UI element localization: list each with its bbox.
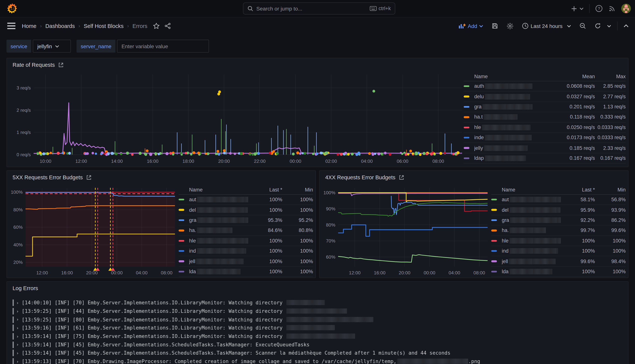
redacted-text: [196, 258, 244, 264]
variable-server-name: server_name Enter variable value: [77, 40, 209, 52]
breadcrumb-home[interactable]: Home: [22, 23, 37, 29]
save-dashboard-button[interactable]: [489, 21, 501, 31]
redacted-text: [286, 300, 325, 305]
server-name-variable-label[interactable]: server_name: [77, 40, 115, 52]
global-search-input[interactable]: Search or jump to... ctrl+k: [243, 2, 395, 15]
panel-header[interactable]: 4XX Requests Error Budgets: [320, 171, 628, 180]
legend-row[interactable]: gra95.3%95.2%: [179, 215, 313, 226]
legend-row[interactable]: jelly0.185 req/s2.33 req/s: [464, 143, 625, 154]
log-expand-chevron[interactable]: ›: [16, 359, 19, 364]
series-value: 93.9%: [595, 207, 625, 213]
legend-row[interactable]: del100%100%: [179, 205, 313, 215]
news-button[interactable]: [608, 5, 616, 12]
series-value: 100%: [248, 207, 282, 213]
log-expand-chevron[interactable]: ›: [16, 309, 19, 314]
add-panel-button[interactable]: Add: [456, 21, 486, 30]
legend-row[interactable]: hle100%100%: [491, 236, 626, 246]
share-dashboard-button[interactable]: [164, 23, 171, 29]
breadcrumb-separator: ›: [79, 23, 80, 29]
legend-row[interactable]: ha.99.7%99.6%: [491, 226, 626, 236]
redacted-text: [197, 197, 248, 202]
breadcrumb-folder[interactable]: Self Host Blocks: [84, 23, 124, 29]
favorite-dashboard-button[interactable]: [153, 23, 160, 29]
redacted-text: [286, 308, 347, 314]
4xx-error-budget-chart[interactable]: 12:0016:0020:0000:0004:0008:00100%90%80%…: [320, 184, 490, 278]
legend-row[interactable]: jell100%100%: [179, 256, 313, 267]
series-color-swatch: [491, 219, 497, 221]
log-row[interactable]: ›[13:59:13] [INF] [70] Emby.Drawing.Imag…: [13, 357, 624, 364]
legend-row[interactable]: hle100%100%: [179, 236, 313, 246]
legend-row[interactable]: gra92.2%86.2%: [491, 215, 626, 226]
log-row[interactable]: ›[13:59:25] [INF] [80] Emby.Server.Imple…: [13, 316, 624, 324]
series-value: 99.7%: [561, 228, 595, 233]
log-expand-chevron[interactable]: ›: [16, 325, 19, 330]
legend-row[interactable]: inde0.0173 req/s0.0333 req/s: [464, 133, 625, 143]
external-link-icon[interactable]: [86, 175, 92, 180]
legend-row[interactable]: ind100%100%: [491, 246, 626, 256]
help-button[interactable]: ?: [595, 5, 602, 12]
external-link-icon[interactable]: [399, 175, 404, 180]
refresh-dashboard-button[interactable]: [592, 21, 603, 31]
breadcrumb-dashboards[interactable]: Dashboards: [46, 23, 75, 29]
log-expand-chevron[interactable]: ›: [16, 350, 19, 356]
legend-row[interactable]: jell99.6%98.4%: [491, 256, 626, 267]
server-name-variable-input[interactable]: Enter variable value: [117, 40, 209, 52]
5xx-error-budget-chart[interactable]: 12:0016:0020:0000:0004:0008:00100%80%60%…: [8, 184, 177, 278]
new-button[interactable]: [571, 6, 583, 12]
log-row[interactable]: ›[13:59:16] [INF] [61] Emby.Server.Imple…: [13, 324, 624, 332]
redacted-text: [197, 207, 248, 213]
redacted-text: [484, 145, 527, 151]
legend-row[interactable]: ind100%100%: [179, 246, 313, 256]
time-range-picker[interactable]: Last 24 hours: [520, 21, 573, 31]
refresh-interval-dropdown[interactable]: [607, 23, 613, 29]
collapse-toolbar-button[interactable]: [621, 23, 631, 29]
legend-row[interactable]: lda100%100%: [179, 267, 313, 277]
legend-row[interactable]: aut58.1%56.8%: [491, 195, 626, 205]
panel-header[interactable]: Log Errors: [7, 282, 628, 292]
mega-menu-toggle[interactable]: [7, 23, 16, 29]
legend-row[interactable]: del95.9%93.9%: [491, 205, 626, 215]
add-panel-icon: [458, 23, 466, 29]
legend-row[interactable]: delu0.0327 req/s2.77 req/s: [464, 92, 625, 102]
zoom-out-time-button[interactable]: [577, 21, 588, 31]
breadcrumb: Home › Dashboards › Self Host Blocks › E…: [22, 23, 148, 29]
legend-row[interactable]: aut100%100%: [179, 195, 313, 205]
legend-row[interactable]: ha.t0.118 req/s0.333 req/s: [464, 112, 625, 122]
redacted-text: [509, 269, 552, 274]
log-row[interactable]: ›[13:59:14] [INF] [45] Emby.Server.Imple…: [13, 349, 624, 358]
panel-header[interactable]: Rate of Requests: [7, 58, 628, 68]
log-message: [13:59:25] [INF] [44] Emby.Server.Implem…: [22, 308, 347, 314]
series-name: gra: [474, 104, 561, 110]
log-expand-chevron[interactable]: ›: [16, 342, 19, 347]
series-color-swatch: [179, 199, 184, 201]
external-link-icon[interactable]: [58, 62, 64, 68]
legend-row[interactable]: ldap0.167 req/s0.167 req/s: [464, 153, 625, 164]
dashboard-settings-button[interactable]: [504, 21, 516, 31]
redacted-text: [397, 358, 468, 364]
log-row[interactable]: ›[13:59:14] [INF] [45] Emby.Server.Imple…: [13, 340, 624, 349]
grafana-logo[interactable]: [7, 3, 18, 14]
legend-row[interactable]: lda100%100%: [491, 267, 626, 277]
redacted-text: [510, 228, 546, 233]
log-expand-chevron[interactable]: ›: [16, 300, 19, 306]
svg-text:04:00: 04:00: [361, 159, 373, 164]
series-value: 99.6%: [595, 228, 625, 233]
log-row[interactable]: ›[13:59:14] [INF] [75] Emby.Server.Imple…: [13, 332, 624, 340]
service-variable-label[interactable]: service: [7, 40, 31, 52]
log-expand-chevron[interactable]: ›: [16, 334, 19, 339]
legend-row[interactable]: ha.84.6%80.8%: [179, 226, 313, 236]
legend-row[interactable]: gra0.201 req/s1.13 req/s: [464, 102, 625, 112]
user-avatar[interactable]: [621, 4, 631, 13]
rate-of-requests-chart[interactable]: 10:0012:0014:0016:0018:0020:0022:0000:00…: [10, 71, 465, 166]
legend-row[interactable]: auth0.0608 req/s2.85 req/s: [464, 82, 625, 92]
log-row[interactable]: ›[14:00:10] [INF] [70] Emby.Server.Imple…: [13, 299, 624, 307]
series-color-swatch: [179, 260, 184, 262]
log-row[interactable]: ›[13:59:25] [INF] [44] Emby.Server.Imple…: [13, 307, 624, 316]
legend-row[interactable]: hle0.0250 req/s0.0333 req/s: [464, 122, 625, 133]
svg-text:16:00: 16:00: [61, 270, 73, 275]
panel-log-errors: Log Errors ›[14:00:10] [INF] [70] Emby.S…: [7, 281, 628, 364]
log-expand-chevron[interactable]: ›: [16, 317, 19, 322]
series-color-swatch: [491, 260, 497, 262]
service-variable-dropdown[interactable]: jellyfin: [33, 40, 71, 52]
panel-header[interactable]: 5XX Requests Error Budgets: [7, 171, 316, 180]
